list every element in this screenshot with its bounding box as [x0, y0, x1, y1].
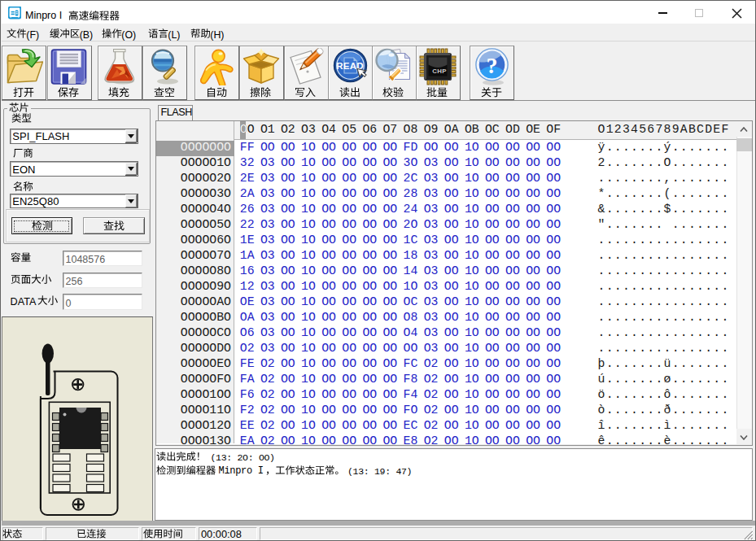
svg-text:?: ?: [486, 52, 497, 77]
svg-text:CHP: CHP: [432, 67, 446, 74]
